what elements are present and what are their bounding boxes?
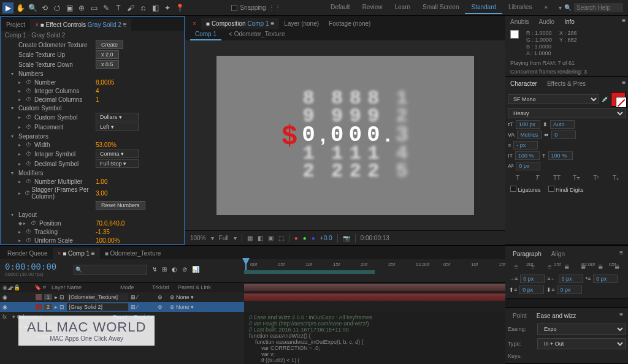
property-row[interactable]: ▸⏱Custom SymbolDollars ▾ <box>1 112 184 122</box>
motion-blur-icon[interactable]: ⊘ <box>182 266 187 273</box>
exposure-value[interactable]: +0.0 <box>320 235 332 241</box>
tab-audio[interactable]: Audio <box>537 17 557 26</box>
resolution-dropdown[interactable]: Full <box>219 235 229 241</box>
property-button[interactable]: x 2.0 <box>96 50 119 59</box>
allcaps-icon[interactable]: TT <box>553 173 561 182</box>
pan-behind-tool-icon[interactable]: ⊕ <box>76 2 87 13</box>
tab-point[interactable]: Point <box>510 311 529 320</box>
hindi-digits-checkbox[interactable]: Hindi Digits <box>548 186 584 193</box>
property-row[interactable]: ▸⏱Decimal SymbolFull Stop ▾ <box>1 159 184 169</box>
timeline-search-input[interactable] <box>74 265 147 275</box>
expression-editor[interactable]: // Ease and Wizz 2.5.0 : inOutExpo : All… <box>244 312 505 364</box>
eraser-tool-icon[interactable]: ◧ <box>150 2 161 13</box>
menu-icon[interactable]: ≡ <box>271 20 275 27</box>
timeline-ruler[interactable]: 00f05f10f15f20f25f01:00f05f10f15f20f25f0… <box>244 259 505 270</box>
tab-render-queue[interactable]: Render Queue <box>2 248 53 259</box>
font-family-dropdown[interactable]: SF Mono <box>508 94 599 104</box>
tab-anubis[interactable]: Anubis <box>508 17 532 26</box>
ease-type-dropdown[interactable]: In + Out <box>537 338 626 349</box>
current-timecode[interactable]: 0:00:00:00 <box>5 262 56 271</box>
subtab-odometer-texture[interactable]: < Odometer_Texture <box>224 29 289 40</box>
search-help-input[interactable] <box>574 3 623 12</box>
layer-bar-1[interactable] <box>244 284 505 291</box>
workspace-default[interactable]: Default <box>324 1 356 14</box>
italic-icon[interactable]: T <box>533 173 542 182</box>
pen-tool-icon[interactable]: ✎ <box>101 2 112 13</box>
align-left-icon[interactable]: ≡ <box>512 262 521 271</box>
puppet-tool-icon[interactable]: 📍 <box>174 2 185 13</box>
property-row[interactable]: ▸⏱Width53.00% <box>1 140 184 149</box>
transparency-icon[interactable]: ▣ <box>268 235 274 241</box>
font-weight-dropdown[interactable]: Heavy <box>508 108 626 118</box>
property-row[interactable]: ▸⏱Stagger (Frames Per Column)3.00 <box>1 186 184 200</box>
menu-icon[interactable]: ≡ <box>622 79 626 88</box>
property-row[interactable]: ▾Layout <box>1 210 184 219</box>
stroke-width-input[interactable] <box>513 141 538 150</box>
dropdown-icon[interactable]: ▾ <box>559 4 562 11</box>
channel-icon[interactable]: ● <box>303 235 307 241</box>
property-row[interactable]: ▸⏱Decimal Columns1 <box>1 95 184 104</box>
property-button[interactable]: Reset Numbers <box>96 201 145 210</box>
tab-footage[interactable]: Footage (none) <box>324 18 375 29</box>
property-row[interactable]: ▾Numbers <box>1 69 184 78</box>
channel-icon[interactable]: ● <box>312 235 315 241</box>
workspace-learn[interactable]: Learn <box>388 1 416 14</box>
property-row[interactable]: ▸⏱Uniform Scale100.00% <box>1 236 184 244</box>
layer-bar-2[interactable] <box>244 294 505 301</box>
eyedropper-icon[interactable]: 💉 <box>602 96 608 102</box>
space-before-input[interactable] <box>519 286 544 294</box>
easing-dropdown[interactable]: Expo <box>537 324 626 335</box>
channel-icon[interactable]: ● <box>294 235 298 241</box>
property-row[interactable]: ◆▸⏱Position70.0,640.0 <box>1 219 184 227</box>
timeline-layer-row[interactable]: ◉2▸ ⊡[Gray Solid 2]⊞ ∕ ⊚⊚ None ▾ <box>0 302 244 312</box>
property-row[interactable]: ▾Custom Symbol <box>1 104 184 112</box>
menu-icon[interactable]: ≡ <box>123 21 127 28</box>
justify-left-icon[interactable]: ≣ <box>562 262 571 271</box>
subscript-icon[interactable]: T₁ <box>611 173 620 182</box>
indent-right-input[interactable] <box>559 275 583 283</box>
selection-tool-icon[interactable]: ▶ <box>2 2 13 13</box>
superscript-icon[interactable]: T¹ <box>592 173 600 182</box>
tab-info[interactable]: Info <box>562 17 577 26</box>
workspace-small-screen[interactable]: Small Screen <box>416 1 465 14</box>
snapshot-icon[interactable]: 📷 <box>343 235 350 241</box>
property-row[interactable]: ▾Modifiers <box>1 169 184 177</box>
justify-right-icon[interactable]: ≣ <box>596 262 605 271</box>
property-row[interactable]: ▸⏱Integer Columns4 <box>1 86 184 95</box>
align-right-icon[interactable]: ≡ <box>546 262 554 271</box>
property-row[interactable]: Scale Texture Upx 2.0 <box>1 50 184 59</box>
rotate-tool-icon[interactable]: ⭯ <box>52 2 63 13</box>
brush-tool-icon[interactable]: 🖌 <box>125 2 136 13</box>
mask-icon[interactable]: ◧ <box>258 235 263 241</box>
clone-tool-icon[interactable]: ⎌ <box>137 2 148 13</box>
tab-align[interactable]: Align <box>549 249 567 259</box>
property-row[interactable]: Reset Numbers <box>1 200 184 210</box>
layer-switches-icon[interactable]: ⊞ <box>162 266 167 273</box>
zoom-tool-icon[interactable]: 🔍 <box>27 2 38 13</box>
workspace-more-icon[interactable]: » <box>538 1 554 14</box>
menu-icon[interactable]: ≡ <box>619 311 623 320</box>
tab-timeline-odometer[interactable]: ■ Odometer_Texture <box>100 248 166 259</box>
vscale-input[interactable] <box>515 151 540 160</box>
baseline-input[interactable] <box>516 162 540 170</box>
playhead[interactable] <box>245 259 247 270</box>
camera-tool-icon[interactable]: ▣ <box>64 2 75 13</box>
tab-effects-presets[interactable]: Effects & Pres <box>545 79 588 88</box>
work-area-bar[interactable] <box>244 270 375 274</box>
lock-icon[interactable]: ■ <box>40 21 44 28</box>
ligatures-checkbox[interactable]: Ligatures <box>510 186 541 193</box>
snapping-checkbox[interactable]: Snapping ⋮⋮ <box>231 4 280 11</box>
lock-icon[interactable]: ■ <box>206 20 210 27</box>
menu-icon[interactable]: ≡ <box>622 17 626 26</box>
property-button[interactable]: x 0.5 <box>96 60 119 69</box>
region-icon[interactable]: ⬚ <box>278 235 284 241</box>
kerning-input[interactable] <box>517 131 542 139</box>
tab-paragraph[interactable]: Paragraph <box>510 249 544 259</box>
subtab-comp1[interactable]: Comp 1 <box>190 29 221 40</box>
workspace-review[interactable]: Review <box>356 1 389 14</box>
property-row[interactable]: Create Odometer TextureCreate <box>1 40 184 50</box>
space-after-input[interactable] <box>557 286 582 294</box>
timeline-layer-row[interactable]: ◉1▸ ⊡[Odometer_Texture]⊞ ∕ ⊚⊚ None ▾ <box>0 292 244 302</box>
property-row[interactable]: ▾Separators <box>1 132 184 140</box>
property-row[interactable]: ▸⏱Tracking-1.35 <box>1 227 184 236</box>
